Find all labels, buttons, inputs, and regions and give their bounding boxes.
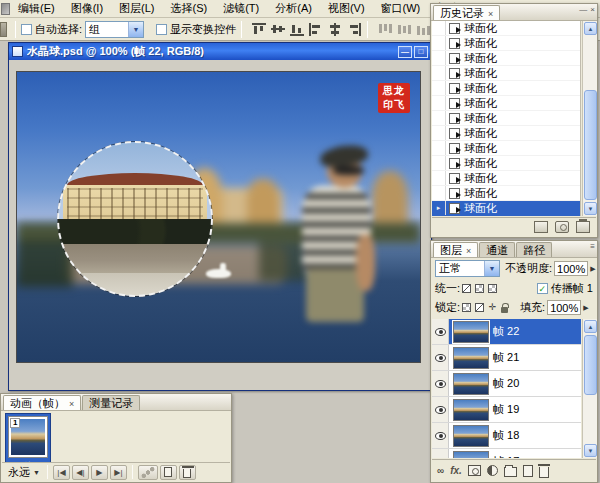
frame-thumbnail[interactable]: 1 [8,416,48,458]
auto-select-checkbox[interactable] [21,24,32,35]
layer-row[interactable]: 帧 20 [432,371,581,397]
history-item[interactable]: 球面化 [432,156,580,171]
scroll-down-icon[interactable]: ▼ [584,202,597,215]
chevron-down-icon[interactable]: ▼ [484,261,499,276]
align-hcenter-icon[interactable] [327,22,343,37]
menu-view[interactable]: 视图(V) [320,0,373,18]
align-bottom-icon[interactable] [289,22,305,37]
scroll-thumb[interactable] [584,335,597,395]
tab-layers[interactable]: 图层 × [433,242,478,257]
history-item[interactable]: 球面化 [432,81,580,96]
close-icon[interactable]: × [466,246,471,256]
menu-image[interactable]: 图像(I) [63,0,111,18]
adjustment-layer-icon[interactable] [487,465,498,476]
distribute-bottom-icon[interactable] [415,22,431,37]
history-item[interactable]: 球面化 [432,66,580,81]
menu-window[interactable]: 窗口(W) [373,0,429,18]
play-button[interactable]: ▶ [91,465,108,480]
new-snapshot-icon[interactable] [555,221,569,233]
layer-thumbnail[interactable] [453,347,489,369]
doc-maximize-button[interactable]: □ [414,46,428,58]
opacity-value[interactable]: 100% [554,261,588,276]
tab-animation-frames[interactable]: 动画（帧） × [3,395,81,410]
visibility-toggle[interactable] [432,449,449,458]
history-item[interactable]: 球面化 [432,186,580,201]
layer-mask-icon[interactable] [468,465,481,476]
history-item[interactable]: 球面化 [432,51,580,66]
panel-flyout-icon[interactable]: ≡ [590,242,595,251]
tab-measurement-log[interactable]: 测量记录 [82,395,140,410]
history-item[interactable]: 球面化 [432,141,580,156]
tab-channels[interactable]: 通道 [479,242,515,257]
menu-filter[interactable]: 滤镜(T) [215,0,267,18]
history-item[interactable]: 球面化 [432,21,580,36]
lock-all-icon[interactable] [501,307,508,313]
layer-row-selected[interactable]: 帧 22 [432,319,581,345]
visibility-toggle[interactable] [432,345,449,370]
layers-scrollbar[interactable]: ▲ ▼ [582,319,597,458]
scroll-up-icon[interactable]: ▲ [584,22,597,35]
link-layers-icon[interactable]: ∞ [437,465,444,476]
visibility-toggle[interactable] [432,319,449,344]
layer-row[interactable]: 帧 21 [432,345,581,371]
next-frame-button[interactable]: ▶| [110,465,127,480]
tween-button[interactable] [138,465,158,480]
align-vcenter-icon[interactable] [270,22,286,37]
align-top-icon[interactable] [251,22,267,37]
menu-edit[interactable]: 编辑(E) [10,0,63,18]
panel-minimize-icon[interactable]: — [579,5,587,14]
blend-mode-dropdown[interactable]: 正常 ▼ [435,260,500,277]
align-left-icon[interactable] [308,22,324,37]
visibility-toggle[interactable] [432,423,449,448]
history-item[interactable]: 球面化 [432,111,580,126]
layer-row[interactable]: 帧 19 [432,397,581,423]
visibility-toggle[interactable] [432,397,449,422]
scroll-down-icon[interactable]: ▼ [584,444,597,457]
chevron-down-icon[interactable]: ▼ [128,22,143,37]
layer-thumbnail[interactable] [453,451,489,459]
unify-visibility-icon[interactable] [475,284,484,293]
menu-analysis[interactable]: 分析(A) [267,0,320,18]
loop-mode-dropdown[interactable]: 永远 ▼ [6,465,42,480]
show-transform-checkbox[interactable] [156,24,167,35]
canvas-image[interactable]: 思龙 印飞 [16,71,421,363]
lock-pixels-icon[interactable] [475,303,484,312]
menu-select[interactable]: 选择(S) [163,0,216,18]
delete-layer-icon[interactable] [539,467,549,478]
layer-thumbnail[interactable] [453,399,489,421]
history-scrollbar[interactable]: ▲ ▼ [582,21,597,216]
doc-minimize-button[interactable]: — [398,46,412,58]
layer-thumbnail[interactable] [453,425,489,447]
new-layer-icon[interactable] [523,465,533,477]
new-document-from-state-icon[interactable] [534,221,548,233]
history-source-marker[interactable]: ▸ [432,201,446,215]
propagate-frame-checkbox[interactable]: ✓ [537,283,548,294]
layer-thumbnail[interactable] [453,321,489,343]
history-item[interactable]: 球面化 [432,126,580,141]
layer-thumbnail[interactable] [453,373,489,395]
history-item[interactable]: 球面化 [432,36,580,51]
crystal-ball-region[interactable] [58,142,212,296]
unify-style-icon[interactable] [488,284,497,293]
fill-value[interactable]: 100% [547,300,581,315]
history-item[interactable]: 球面化 [432,96,580,111]
panel-close-icon[interactable]: × [590,5,595,14]
delete-frame-button[interactable] [179,465,196,480]
scroll-thumb[interactable] [584,90,597,200]
new-group-icon[interactable] [504,467,517,477]
visibility-toggle[interactable] [432,371,449,396]
first-frame-button[interactable]: |◀ [53,465,70,480]
history-item[interactable]: 球面化 [432,171,580,186]
close-icon[interactable]: × [488,9,493,19]
align-right-icon[interactable] [346,22,362,37]
layer-row[interactable]: 帧 17 [432,449,581,458]
document-title-bar[interactable]: 水晶球.psd @ 100% (帧 22, RGB/8) — □ [9,43,431,60]
fill-slider-icon[interactable]: ▶ [583,304,588,312]
lock-transparent-icon[interactable] [462,303,471,312]
scroll-up-icon[interactable]: ▲ [584,320,597,333]
opacity-slider-icon[interactable]: ▶ [590,265,595,273]
unify-position-icon[interactable] [462,284,471,293]
tab-paths[interactable]: 路径 [516,242,552,257]
close-icon[interactable]: × [69,399,74,409]
distribute-vcenter-icon[interactable] [396,22,412,37]
